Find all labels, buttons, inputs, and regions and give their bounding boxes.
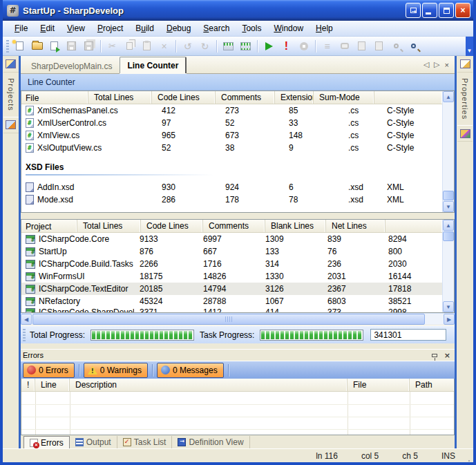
column-line[interactable]: Line (35, 379, 70, 391)
pad-tab-task-list[interactable]: Task List (117, 436, 173, 448)
save-all-button[interactable] (80, 38, 97, 55)
column-extension[interactable]: Extension (275, 91, 314, 104)
menu-view[interactable]: View (61, 21, 91, 35)
tab-close-icon[interactable]: × (445, 61, 449, 69)
menu-file[interactable]: File (8, 21, 34, 35)
redo-button[interactable]: ↻ (196, 38, 213, 55)
menu-project[interactable]: Project (91, 21, 129, 35)
scroll-down-icon[interactable]: ▼ (443, 201, 454, 212)
project-table-row[interactable]: WinFormsUI 18175 14826 1330 2031 16144 (21, 270, 442, 283)
column-description[interactable]: Description (70, 379, 348, 391)
paste-button[interactable] (138, 38, 155, 55)
maximize-button[interactable] (439, 3, 454, 18)
menu-edit[interactable]: Edit (34, 21, 61, 35)
goto-definition-button[interactable] (353, 38, 370, 55)
find-references-button[interactable] (370, 38, 388, 55)
undo-button[interactable]: ↺ (179, 38, 196, 55)
menu-debug[interactable]: Debug (160, 21, 197, 35)
menu-build[interactable]: Build (129, 21, 160, 35)
pad-tab-output[interactable]: Output (70, 436, 117, 448)
project-table-row[interactable]: ICSharpCode.Core 9133 6997 1309 839 8294 (21, 233, 442, 245)
toolbar-grip[interactable] (6, 40, 9, 53)
new-project-button[interactable] (46, 38, 63, 55)
column-file[interactable]: File (21, 91, 88, 104)
progress-row-grip[interactable] (23, 329, 26, 341)
search-in-files-button[interactable] (388, 38, 405, 55)
project-table-row[interactable]: ICSharpCode.TextEditor 20185 14794 3126 … (21, 283, 442, 295)
delete-button[interactable]: × (155, 38, 173, 55)
column-total-lines[interactable]: Total Lines (77, 220, 141, 232)
toolbar-overflow-button[interactable]: ▼ (466, 37, 473, 56)
project-table-row[interactable]: ICSharpCode.Build.Tasks 2266 1716 314 23… (21, 258, 442, 270)
find-button[interactable] (405, 38, 422, 55)
menu-help[interactable]: Help (310, 21, 339, 35)
build-all-button[interactable] (237, 38, 254, 55)
vertical-scrollbar[interactable]: ▲ ▼ (442, 91, 454, 212)
pin-icon[interactable] (432, 354, 437, 357)
scroll-left-icon[interactable]: ◀ (21, 314, 32, 325)
scrollbar-thumb[interactable] (443, 231, 454, 241)
menu-search[interactable]: Search (197, 21, 236, 35)
scrollbar-thumb[interactable] (443, 191, 454, 200)
task-list-button[interactable]: ≡ (318, 38, 336, 55)
column-file[interactable]: File (348, 379, 410, 391)
file-table-row[interactable]: XmlUserControl.cs 97 52 33 .cs C-Style (21, 117, 442, 129)
tools-pad-button[interactable] (457, 125, 473, 142)
comment-region-button[interactable] (336, 38, 353, 55)
save-button[interactable] (63, 38, 80, 55)
stop-button[interactable] (295, 38, 312, 55)
column-path[interactable]: Path (410, 379, 454, 391)
scrollbar-thumb[interactable] (32, 314, 425, 325)
menu-window[interactable]: Window (267, 21, 310, 35)
warnings-filter-button[interactable]: 0 Warnings (84, 363, 148, 378)
column-comments[interactable]: Comments (216, 91, 275, 104)
new-file-button[interactable] (11, 38, 28, 55)
column-project[interactable]: Project (21, 220, 77, 232)
file-table-row[interactable]: XmlSchemasPanel.cs 412 273 85 .cs C-Styl… (21, 104, 442, 117)
column-comments[interactable]: Comments (203, 220, 265, 232)
column-blank-lines[interactable]: Blank Lines (265, 220, 326, 232)
projects-tab-label[interactable]: Projects (7, 73, 15, 117)
abort-button[interactable]: ! (278, 38, 295, 55)
open-file-button[interactable] (28, 38, 46, 55)
column-code-lines[interactable]: Code Lines (141, 220, 203, 232)
cut-button[interactable]: ✂ (104, 38, 121, 55)
close-button[interactable]: × (455, 3, 470, 18)
run-button[interactable] (260, 38, 278, 55)
project-table-row[interactable]: StartUp 876 667 133 76 800 (21, 245, 442, 258)
classes-pad-button[interactable] (3, 117, 19, 133)
toggle-fullscreen-button[interactable]: → (406, 3, 421, 18)
errors-filter-button[interactable]: 0 Errors (23, 363, 75, 378)
column-sum-mode[interactable]: Sum-Mode (314, 91, 374, 104)
horizontal-scrollbar[interactable]: ◀ ▶ (21, 313, 455, 325)
tab-line-counter[interactable]: Line Counter (120, 57, 187, 73)
file-table-row[interactable]: Mode.xsd 286 178 78 .xsd XML (21, 193, 442, 206)
pad-tab-errors[interactable]: Errors (23, 436, 70, 448)
scroll-up-icon[interactable]: ▲ (443, 220, 454, 231)
project-table-row[interactable]: ICSharpCode.SharpDevelop 3371 1412 414 3… (21, 307, 442, 312)
tab-scroll-left-icon[interactable]: ◁ (423, 60, 429, 69)
copy-button[interactable] (121, 38, 138, 55)
resize-grip[interactable] (462, 454, 470, 462)
minimize-button[interactable] (422, 3, 437, 18)
scroll-up-icon[interactable]: ▲ (443, 91, 454, 102)
pad-close-icon[interactable]: × (444, 351, 450, 360)
file-table-row[interactable]: AddIn.xsd 930 924 6 .xsd XML (21, 181, 442, 193)
column-total-lines[interactable]: Total Lines (88, 91, 152, 104)
build-button[interactable] (220, 38, 237, 55)
pad-tab-definition-view[interactable]: Definition View (172, 436, 249, 448)
tab-sharpdevelopmain[interactable]: SharpDevelopMain.cs (23, 58, 120, 73)
properties-pad-button[interactable] (457, 56, 473, 73)
tab-scroll-right-icon[interactable]: ▷ (434, 60, 439, 69)
file-table-row[interactable]: XmlView.cs 965 673 148 .cs C-Style (21, 129, 442, 142)
projects-pad-button[interactable] (3, 56, 19, 73)
column-code-lines[interactable]: Code Lines (152, 91, 216, 104)
menu-tools[interactable]: Tools (236, 21, 267, 35)
messages-filter-button[interactable]: 0 Messages (157, 363, 224, 378)
vertical-scrollbar[interactable]: ▲ ▼ (442, 220, 454, 312)
file-table-row[interactable]: XslOutputView.cs 52 38 9 .cs C-Style (21, 142, 442, 154)
column-severity[interactable]: ! (21, 379, 35, 391)
column-net-lines[interactable]: Net Lines (326, 220, 385, 232)
properties-tab-label[interactable]: Properties (461, 73, 469, 125)
scroll-right-icon[interactable]: ▶ (444, 314, 455, 325)
